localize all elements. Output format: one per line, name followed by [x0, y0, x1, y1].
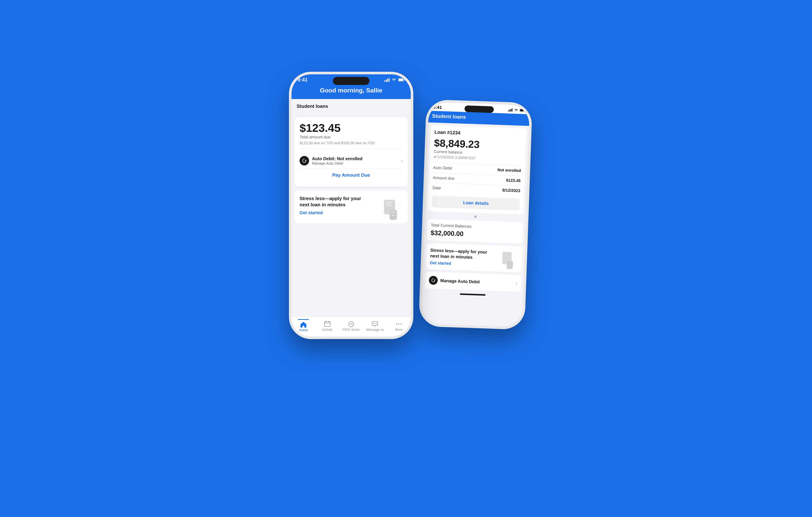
- student-loans-title-area: Student loans: [291, 99, 411, 113]
- tab-message[interactable]: Message us: [363, 320, 387, 332]
- page-dot-indicator: [474, 216, 476, 218]
- home-tab-label: Home: [299, 328, 308, 332]
- svg-point-28: [396, 324, 397, 325]
- message-icon: [371, 321, 378, 327]
- home-indicator: [298, 319, 309, 320]
- svg-rect-1: [386, 79, 387, 82]
- svg-point-26: [375, 323, 375, 324]
- svg-rect-5: [404, 79, 405, 80]
- svg-rect-10: [386, 205, 392, 206]
- svg-rect-2: [387, 79, 388, 82]
- promo-card-front: Stress less—apply for your next loan in …: [294, 190, 408, 223]
- svg-rect-31: [508, 110, 509, 111]
- chevron-right-icon: ›: [401, 158, 403, 164]
- refresh-icon: [302, 158, 307, 163]
- loan-number: Loan #1234: [434, 129, 522, 138]
- auto-debit-sub: Manage Auto Debit: [312, 161, 362, 165]
- back-status-icons: [508, 108, 525, 112]
- home-indicator-back: [460, 294, 486, 296]
- back-phone-content: Loan #1234 $8,849.23 Current balance of …: [421, 123, 529, 327]
- total-balances-amount: $32,000.00: [431, 229, 519, 240]
- svg-point-42: [501, 263, 502, 264]
- front-phone-content: Student loans $123.45 Total amount due $…: [291, 99, 411, 336]
- tab-activity[interactable]: Activity: [315, 320, 339, 332]
- promo-illustration-back: [499, 249, 520, 271]
- back-phone: 9:41: [418, 99, 532, 330]
- auto-debit-row[interactable]: Auto Debit: Not enrolled Manage Auto Deb…: [299, 153, 403, 165]
- status-bar-front: 9:41: [291, 74, 411, 84]
- amount-due-detail-label: Amount due: [433, 175, 455, 181]
- header-title-back: Student loans: [432, 113, 526, 122]
- tab-fico[interactable]: FICO Score: [339, 320, 363, 332]
- manage-auto-debit-row[interactable]: Manage Auto Debit ›: [425, 272, 521, 292]
- signal-icon: [384, 78, 389, 82]
- svg-rect-33: [511, 109, 511, 112]
- svg-point-29: [398, 324, 399, 325]
- tab-home[interactable]: Home: [291, 319, 315, 332]
- auto-debit-title: Auto Debit: Not enrolled: [312, 156, 362, 161]
- auto-debit-detail-value: Not enrolled: [497, 167, 521, 173]
- amount-due-detail-value: $123.45: [506, 178, 521, 183]
- amount-card: $123.45 Total amount due $115.00 due on …: [294, 117, 408, 187]
- svg-point-27: [376, 323, 377, 324]
- home-icon: [300, 321, 307, 328]
- back-status-time: 9:41: [433, 105, 442, 110]
- svg-point-25: [373, 323, 374, 324]
- total-amount: $123.45: [299, 122, 403, 134]
- svg-point-15: [400, 207, 401, 208]
- svg-rect-8: [386, 201, 393, 202]
- svg-point-17: [383, 213, 383, 214]
- fico-tab-label: FICO Score: [343, 328, 360, 332]
- svg-point-13: [392, 214, 394, 216]
- svg-rect-12: [391, 212, 396, 212]
- auto-debit-icon: [299, 156, 309, 165]
- svg-point-18: [382, 210, 383, 211]
- fico-icon: [348, 321, 354, 327]
- svg-rect-0: [384, 80, 385, 82]
- svg-rect-32: [509, 109, 510, 111]
- total-balances-section: Total Current Balances $32,000.00: [427, 219, 523, 244]
- activity-icon: [324, 321, 331, 327]
- status-time: 9:41: [297, 77, 308, 83]
- svg-point-19: [385, 217, 385, 217]
- promo-card-back: Stress less—apply for your next loan in …: [426, 243, 522, 273]
- svg-point-24: [349, 322, 354, 327]
- back-signal-icon: [508, 108, 513, 112]
- svg-rect-36: [524, 110, 525, 111]
- manage-auto-debit-left: Manage Auto Debit: [429, 276, 480, 287]
- manage-refresh-icon: [431, 278, 436, 283]
- svg-point-40: [514, 255, 515, 256]
- promo-title-front: Stress less—apply for your next loan in …: [299, 195, 372, 208]
- promo-illustration: [380, 197, 404, 221]
- svg-rect-34: [512, 108, 513, 112]
- svg-rect-39: [506, 261, 513, 269]
- svg-point-16: [398, 209, 398, 209]
- more-icon: [396, 321, 402, 327]
- app-header-front: Good morning, Sallie: [291, 84, 411, 99]
- promo-title-back: Stress less—apply for your next loan in …: [430, 247, 487, 261]
- svg-point-14: [398, 204, 399, 205]
- tab-more[interactable]: More: [387, 320, 411, 332]
- tab-bar-front: Home Activity: [291, 317, 411, 336]
- back-dynamic-island: [465, 105, 494, 113]
- message-tab-label: Message us: [366, 328, 384, 332]
- svg-rect-9: [386, 203, 392, 204]
- loan-details-btn[interactable]: Loan details: [432, 196, 520, 211]
- due-dates-text: $115.00 due on 7/20 and $100.00 due on 7…: [299, 141, 403, 149]
- svg-point-30: [401, 324, 402, 325]
- svg-rect-22: [329, 321, 329, 322]
- svg-point-41: [516, 258, 517, 259]
- battery-icon: [398, 78, 405, 82]
- svg-rect-6: [399, 79, 403, 81]
- header-title-front: Good morning, Sallie: [297, 87, 405, 94]
- status-icons: [384, 78, 405, 82]
- svg-rect-37: [520, 109, 523, 111]
- manage-auto-debit-icon: [429, 276, 438, 285]
- manage-chevron-icon: ›: [516, 280, 517, 286]
- pay-amount-due-btn[interactable]: Pay Amount Due: [299, 168, 403, 182]
- front-phone: 9:41: [289, 72, 413, 339]
- back-wifi-icon: [514, 108, 519, 112]
- loan-card: Loan #1234 $8,849.23 Current balance of …: [428, 125, 526, 215]
- phones-container: 9:41: [278, 57, 534, 460]
- activity-tab-label: Activity: [322, 328, 332, 332]
